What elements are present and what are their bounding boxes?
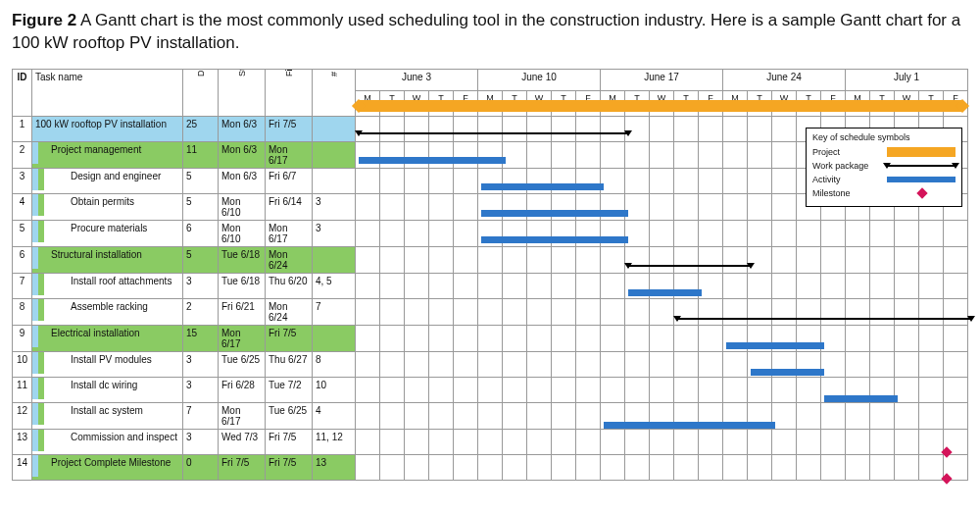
day-header: T (797, 90, 821, 116)
timeline-cell (380, 454, 405, 480)
timeline-cell (821, 454, 846, 480)
timeline-cell (944, 273, 968, 298)
timeline-cell (650, 351, 674, 377)
timeline-cell (601, 429, 625, 454)
task-start: Mon 6/3 (219, 168, 266, 193)
timeline-cell (650, 429, 674, 454)
timeline-cell (748, 246, 772, 273)
timeline-cell (895, 220, 919, 246)
timeline-cell (699, 168, 723, 193)
timeline-cell (699, 298, 723, 325)
timeline-cell (895, 298, 919, 325)
timeline-cell (821, 351, 846, 377)
task-id: 8 (13, 298, 32, 325)
task-id: 4 (13, 193, 32, 220)
task-name-cell: 100 kW rooftop PV installation (32, 116, 183, 141)
task-dur: 5 (183, 168, 219, 193)
timeline-cell (674, 273, 699, 298)
timeline-cell (748, 377, 772, 402)
task-id: 5 (13, 220, 32, 246)
timeline-cell (405, 429, 429, 454)
task-row: 12Install ac system7Mon 6/17Tue 6/254 (13, 402, 968, 429)
timeline-cell (478, 325, 503, 351)
timeline-cell (797, 429, 821, 454)
timeline-cell (674, 116, 699, 141)
timeline-cell (454, 116, 478, 141)
timeline-cell (821, 246, 846, 273)
timeline-cell (503, 273, 527, 298)
timeline-cell (625, 429, 650, 454)
timeline-cell (944, 351, 968, 377)
task-row: 10Install PV modules3Tue 6/25Thu 6/278 (13, 351, 968, 377)
timeline-cell (356, 351, 380, 377)
task-start: Fri 6/28 (219, 377, 266, 402)
timeline-cell (429, 141, 454, 168)
task-finish: Fri 7/5 (266, 116, 313, 141)
timeline-cell (723, 116, 748, 141)
timeline-cell (699, 402, 723, 429)
timeline-cell (625, 246, 650, 273)
timeline-cell (601, 298, 625, 325)
task-pred (313, 116, 356, 141)
timeline-cell (895, 325, 919, 351)
task-dur: 3 (183, 429, 219, 454)
timeline-cell (723, 298, 748, 325)
timeline-cell (405, 377, 429, 402)
task-pred (313, 246, 356, 273)
activity-swatch (887, 177, 956, 182)
timeline-cell (797, 351, 821, 377)
timeline-cell (723, 273, 748, 298)
timeline-cell (503, 454, 527, 480)
task-name-cell: Structural installation (32, 246, 183, 273)
timeline-cell (625, 298, 650, 325)
timeline-cell (748, 168, 772, 193)
timeline-cell (601, 402, 625, 429)
timeline-cell (846, 454, 870, 480)
timeline-cell (895, 351, 919, 377)
day-header: F (454, 90, 478, 116)
timeline-cell (625, 454, 650, 480)
week-header: June 17 (601, 69, 723, 90)
task-finish: Thu 6/20 (266, 273, 313, 298)
timeline-cell (919, 377, 944, 402)
timeline-cell (429, 168, 454, 193)
timeline-cell (674, 377, 699, 402)
timeline-cell (699, 377, 723, 402)
day-header: M (601, 90, 625, 116)
task-pred (313, 168, 356, 193)
timeline-cell (797, 377, 821, 402)
timeline-cell (625, 168, 650, 193)
task-finish: Fri 6/7 (266, 168, 313, 193)
timeline-cell (405, 273, 429, 298)
timeline-cell (699, 193, 723, 220)
timeline-cell (797, 325, 821, 351)
timeline-cell (503, 298, 527, 325)
timeline-cell (552, 116, 576, 141)
timeline-cell (821, 429, 846, 454)
timeline-cell (601, 246, 625, 273)
timeline-cell (821, 377, 846, 402)
timeline-cell (723, 168, 748, 193)
timeline-cell (797, 454, 821, 480)
timeline-cell (527, 298, 552, 325)
timeline-cell (356, 116, 380, 141)
task-row: 6Structural installation5Tue 6/18Mon 6/2… (13, 246, 968, 273)
timeline-cell (454, 377, 478, 402)
timeline-cell (454, 246, 478, 273)
timeline-cell (650, 273, 674, 298)
timeline-cell (454, 273, 478, 298)
timeline-cell (552, 246, 576, 273)
timeline-cell (601, 351, 625, 377)
task-dur: 7 (183, 402, 219, 429)
task-row: 5Procure materials6Mon 6/10Mon 6/173 (13, 220, 968, 246)
timeline-cell (478, 402, 503, 429)
timeline-cell (870, 402, 895, 429)
timeline-cell (380, 246, 405, 273)
timeline-cell (552, 168, 576, 193)
task-dur: 6 (183, 220, 219, 246)
timeline-cell (870, 429, 895, 454)
task-row: 13Commission and inspect3Wed 7/3Fri 7/51… (13, 429, 968, 454)
timeline-cell (503, 220, 527, 246)
timeline-cell (454, 168, 478, 193)
timeline-cell (478, 193, 503, 220)
